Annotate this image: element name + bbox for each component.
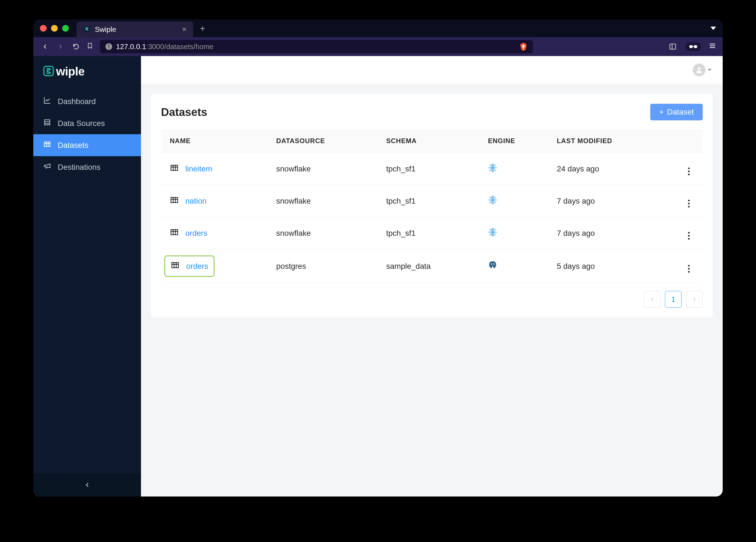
table-icon [170, 163, 179, 174]
svg-point-3 [689, 45, 693, 48]
address-container: ! 127.0.0.1:3000/datasets/home [87, 40, 656, 53]
browser-tab[interactable]: Swiple × [77, 22, 193, 37]
not-secure-icon: ! [105, 43, 112, 50]
table-icon [171, 261, 180, 271]
dataset-link[interactable]: lineitem [185, 165, 212, 173]
snowflake-icon [488, 230, 497, 239]
row-actions-button[interactable] [675, 250, 703, 283]
grid-icon [43, 140, 51, 150]
last-modified-cell: 24 days ago [552, 153, 675, 185]
bookmark-button[interactable] [87, 42, 93, 52]
datasets-card: Datasets + Dataset NAME DATASOURCE SCHEM… [151, 94, 713, 317]
col-datasource[interactable]: DATASOURCE [272, 129, 382, 153]
caret-down-icon [708, 69, 712, 71]
logo-text: wiple [56, 65, 85, 78]
svg-rect-17 [171, 165, 178, 171]
row-actions-button[interactable] [675, 153, 703, 185]
toolbar-right [668, 42, 716, 51]
col-last-modified[interactable]: LAST MODIFIED [552, 129, 675, 153]
tab-close-icon[interactable]: × [182, 25, 187, 34]
user-menu[interactable] [693, 64, 712, 76]
col-schema[interactable]: SCHEMA [382, 129, 483, 153]
engine-cell [483, 250, 552, 283]
more-icon [688, 200, 690, 208]
more-icon [688, 265, 690, 272]
chevron-down-icon [710, 27, 716, 30]
row-actions-button[interactable] [675, 185, 703, 217]
col-name[interactable]: NAME [161, 129, 272, 153]
brave-shield-icon[interactable] [520, 42, 527, 51]
sidebar-item-label: Data Sources [58, 119, 105, 128]
table-row: nation snowflake tpch_sf1 7 days ago [161, 185, 703, 217]
sidebar-item-destinations[interactable]: Destinations [33, 156, 141, 178]
dataset-name-cell[interactable]: orders [164, 256, 215, 277]
dataset-link[interactable]: orders [186, 262, 208, 271]
svg-point-4 [694, 45, 697, 48]
browser-toolbar: ! 127.0.0.1:3000/datasets/home [33, 37, 723, 56]
datasource-cell: snowflake [272, 153, 382, 185]
content-area: wiple Dashboard Data Sources [33, 56, 723, 496]
tab-title: Swiple [95, 25, 178, 34]
maximize-window-button[interactable] [62, 25, 69, 32]
engine-cell [483, 153, 552, 185]
new-tab-button[interactable]: + [200, 23, 205, 34]
avatar-icon [693, 64, 705, 76]
megaphone-icon [43, 162, 51, 172]
sidebar-item-label: Dashboard [58, 97, 96, 106]
svg-point-16 [698, 67, 700, 70]
card-header: Datasets + Dataset [161, 104, 703, 120]
sidebar-item-datasets[interactable]: Datasets [33, 134, 141, 156]
sidebar-toggle-icon[interactable] [668, 43, 678, 51]
private-mode-icon[interactable] [686, 42, 701, 51]
sidebar-item-label: Datasets [58, 141, 89, 150]
minimize-window-button[interactable] [51, 25, 58, 32]
page-next-button[interactable] [686, 291, 703, 307]
back-button[interactable] [40, 43, 50, 50]
datasets-table: NAME DATASOURCE SCHEMA ENGINE LAST MODIF… [161, 129, 703, 283]
row-actions-button[interactable] [675, 217, 703, 250]
traffic-lights [40, 25, 69, 32]
svg-rect-12 [44, 142, 50, 147]
table-icon [170, 196, 179, 206]
titlebar-menu[interactable] [710, 27, 716, 30]
sidebar-item-dashboard[interactable]: Dashboard [33, 90, 141, 112]
sidebar-items: Dashboard Data Sources Datasets [33, 90, 141, 178]
datasource-cell: snowflake [272, 185, 382, 217]
more-icon [688, 232, 690, 240]
engine-cell [483, 185, 552, 217]
add-dataset-button[interactable]: + Dataset [650, 104, 703, 120]
svg-rect-29 [171, 198, 178, 203]
page-number-button[interactable]: 1 [665, 291, 682, 307]
app-logo[interactable]: wiple [33, 56, 141, 87]
col-actions [675, 129, 703, 153]
hamburger-menu-icon[interactable] [709, 42, 716, 51]
dataset-name-cell[interactable]: nation [170, 196, 267, 206]
main: Datasets + Dataset NAME DATASOURCE SCHEM… [141, 56, 723, 496]
svg-rect-1 [670, 44, 676, 49]
col-engine[interactable]: ENGINE [483, 129, 552, 153]
reload-button[interactable] [71, 43, 81, 50]
forward-button[interactable] [56, 43, 65, 50]
swiple-favicon-icon [83, 26, 90, 33]
svg-rect-9 [45, 120, 50, 125]
svg-rect-53 [172, 263, 178, 268]
browser-window: Swiple × + ! 127.0.0.1:3000/datasets/hom… [33, 19, 723, 496]
dataset-name-cell[interactable]: orders [170, 228, 267, 239]
dataset-link[interactable]: orders [185, 229, 207, 238]
schema-cell: tpch_sf1 [382, 153, 483, 185]
table-icon [170, 228, 179, 239]
more-icon [688, 168, 690, 175]
last-modified-cell: 7 days ago [552, 217, 675, 250]
dataset-link[interactable]: nation [185, 197, 206, 206]
close-window-button[interactable] [40, 25, 47, 32]
database-icon [43, 119, 51, 128]
sidebar-item-datasources[interactable]: Data Sources [33, 112, 141, 134]
schema-cell: tpch_sf1 [382, 185, 483, 217]
pagination: 1 [161, 291, 703, 307]
svg-rect-8 [44, 66, 53, 76]
page-title: Datasets [161, 106, 207, 119]
dataset-name-cell[interactable]: lineitem [170, 163, 267, 174]
address-bar[interactable]: ! 127.0.0.1:3000/datasets/home [100, 40, 533, 53]
sidebar-collapse-button[interactable] [33, 473, 141, 496]
page-prev-button[interactable] [644, 291, 661, 307]
